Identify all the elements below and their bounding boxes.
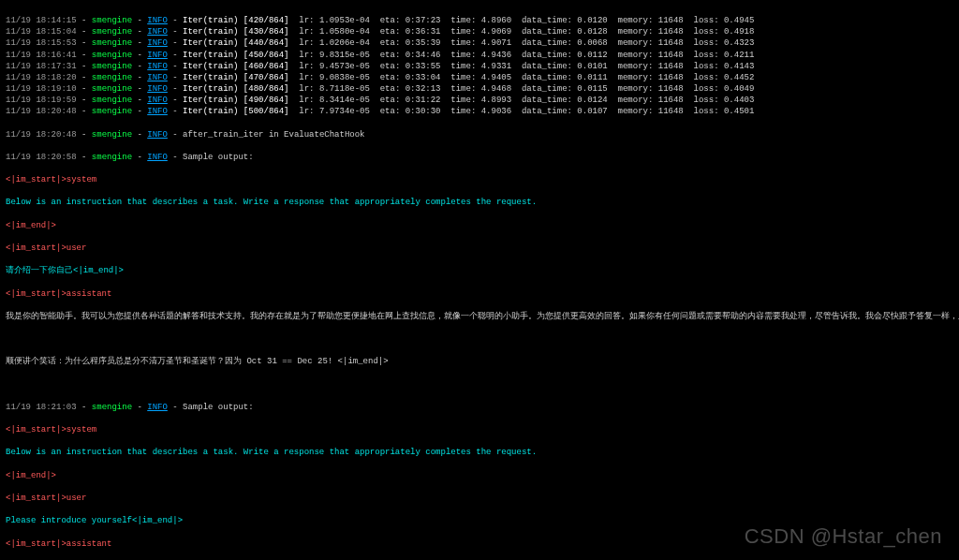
train-row: 11/19 18:20:48 - smengine - INFO - Iter(… (6, 106, 953, 117)
train-row: 11/19 18:14:15 - smengine - INFO - Iter(… (6, 15, 953, 26)
puzzle-text: 顺便讲个笑话：为什么程序员总是分不清万圣节和圣诞节？因为 Oct 31 == D… (6, 357, 389, 366)
im-start-assistant: <|im_start|>assistant (6, 288, 953, 300)
watermark: CSDN @Hstar_chen (745, 523, 942, 551)
user-text: 请介绍一下你自己<|im_end|> (6, 266, 124, 275)
engine: smengine (92, 130, 132, 140)
im-start-user: <|im_start|>user (6, 243, 953, 254)
after-iter-msg: after_train_iter in EvaluateChatHook (183, 130, 364, 140)
train-row: 11/19 18:15:04 - smengine - INFO - Iter(… (6, 26, 953, 37)
log-level: INFO (147, 130, 168, 140)
terminal-output[interactable]: 11/19 18:14:15 - smengine - INFO - Iter(… (0, 0, 959, 560)
assistant-text: 我是你的智能助手。我可以为您提供各种话题的解答和技术支持。我的存在就是为了帮助您… (6, 311, 953, 322)
train-row: 11/19 18:16:41 - smengine - INFO - Iter(… (6, 50, 953, 61)
timestamp: 11/19 18:20:48 (6, 130, 77, 140)
system-text: Below is an instruction that describes a… (6, 197, 953, 208)
sample-output-header: Sample output: (183, 153, 254, 162)
train-row: 11/19 18:15:53 - smengine - INFO - Iter(… (6, 37, 953, 49)
train-row: 11/19 18:18:20 - smengine - INFO - Iter(… (6, 72, 953, 83)
im-end: <|im_end|> (6, 220, 953, 231)
im-start-system: <|im_start|>system (6, 174, 953, 185)
train-row: 11/19 18:19:59 - smengine - INFO - Iter(… (6, 95, 953, 106)
train-row: 11/19 18:19:10 - smengine - INFO - Iter(… (6, 83, 953, 95)
train-row: 11/19 18:17:31 - smengine - INFO - Iter(… (6, 61, 953, 72)
